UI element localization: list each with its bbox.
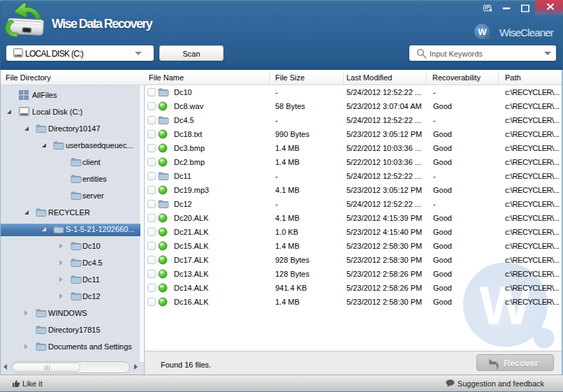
svg-text:W: W <box>478 27 487 37</box>
